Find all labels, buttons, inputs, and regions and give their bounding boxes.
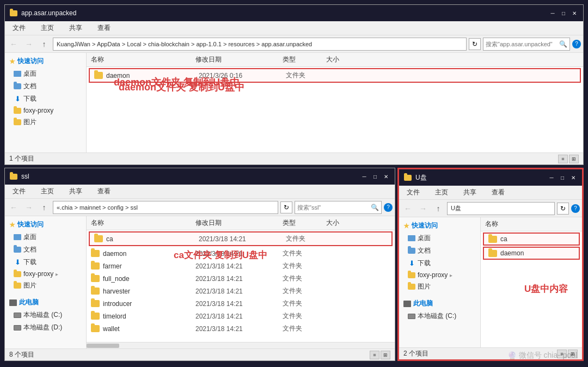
sidebar-item-foxy[interactable]: foxy-proxy (5, 105, 86, 116)
table-row[interactable]: ca 2021/3/18 14:21 文件夹 (89, 231, 393, 246)
bl-back-button[interactable]: ← (7, 201, 20, 214)
table-row[interactable]: wallet 2021/3/18 14:21 文件夹 (87, 322, 395, 335)
br-help-icon[interactable]: ? (571, 204, 580, 213)
bl-file-list-header: 名称 修改日期 类型 大小 (87, 216, 395, 230)
bl-file-name-farmer: farmer (87, 262, 195, 270)
close-button[interactable]: ✕ (570, 9, 579, 17)
br-menu-view[interactable]: 查看 (488, 187, 508, 198)
br-sidebar-docs[interactable]: 文档 (399, 244, 480, 257)
table-row[interactable]: ca (483, 233, 580, 246)
view-icon-grid[interactable]: ⊞ (569, 155, 579, 163)
bl-scrollbar-h[interactable] (87, 342, 395, 348)
bl-file-name-daemon: daemon (87, 250, 195, 258)
br-up-button[interactable]: ↑ (432, 202, 445, 215)
br-file-name-daemon: daemon (484, 249, 579, 257)
bl-sidebar-foxy[interactable]: foxy-proxy ▸ (5, 268, 86, 279)
br-window-controls[interactable]: ─ □ ✕ (547, 173, 578, 182)
table-row[interactable]: daemon 2021/3/26 0:16 文件夹 (89, 68, 581, 83)
bl-up-button[interactable]: ↑ (38, 201, 51, 214)
bl-daemon-folder-icon (91, 250, 100, 257)
bl-col-header-type: 类型 (283, 218, 326, 228)
bl-drive-d[interactable]: 本地磁盘 (D:) (5, 321, 86, 334)
br-drive-c[interactable]: 本地磁盘 (C:) (399, 310, 480, 322)
bl-forward-button[interactable]: → (22, 201, 35, 214)
top-sidebar: ★ 快速访问 桌面 文档 ⬇ 下载 foxy-proxy (5, 53, 87, 152)
bl-breadcrumb: «.chia > mainnet > config > ssl (57, 204, 138, 211)
bl-file-name-timelord: timelord (87, 313, 195, 320)
menu-home[interactable]: 主页 (38, 22, 57, 34)
bl-sidebar-docs[interactable]: 文档 (5, 243, 86, 256)
br-sidebar-foxy[interactable]: foxy-proxy ▸ (399, 270, 480, 280)
maximize-button[interactable]: □ (559, 9, 568, 17)
br-quick-access-header: ★ 快速访问 (399, 219, 480, 232)
br-forward-button[interactable]: → (416, 202, 430, 215)
br-close-button[interactable]: ✕ (569, 173, 578, 182)
sidebar-item-desktop[interactable]: 桌面 (5, 68, 86, 80)
br-sidebar-pictures[interactable]: 图片 (399, 280, 480, 293)
bl-sidebar-downloads[interactable]: ⬇ 下载 (5, 256, 86, 268)
br-refresh-button[interactable]: ↻ (557, 203, 569, 215)
bl-file-name-wallet: wallet (87, 325, 195, 333)
bl-window-controls[interactable]: ─ □ ✕ (360, 172, 390, 181)
table-row[interactable]: harvester 2021/3/18 14:21 文件夹 (87, 285, 395, 297)
bl-search-input[interactable] (297, 204, 369, 211)
table-row[interactable]: introducer 2021/3/18 14:21 文件夹 (87, 297, 395, 310)
table-row[interactable]: daemon 2021/3/18 14:21 文件夹 (87, 247, 395, 260)
table-row[interactable]: timelord 2021/3/18 14:21 文件夹 (87, 310, 395, 322)
br-menu-home[interactable]: 主页 (432, 187, 451, 198)
br-maximize-button[interactable]: □ (558, 173, 567, 182)
bl-minimize-button[interactable]: ─ (360, 172, 369, 181)
col-header-size: 大小 (326, 55, 370, 64)
br-sidebar-desktop[interactable]: 桌面 (399, 232, 480, 244)
menu-file[interactable]: 文件 (9, 22, 29, 34)
br-view-icon-grid[interactable]: ⊞ (568, 350, 578, 358)
top-window-controls[interactable]: ─ □ ✕ (548, 9, 579, 17)
bl-menu-file[interactable]: 文件 (9, 186, 29, 197)
table-row[interactable]: farmer 2021/3/18 14:21 文件夹 (87, 260, 395, 272)
back-button[interactable]: ← (7, 38, 20, 51)
bl-view-icon-list[interactable]: ≡ (370, 351, 379, 359)
top-status-text: 1 个项目 (9, 154, 34, 163)
refresh-button[interactable]: ↻ (469, 38, 481, 50)
br-sidebar-downloads[interactable]: ⬇ 下载 (399, 257, 480, 270)
help-icon[interactable]: ? (572, 40, 581, 48)
sidebar-item-docs[interactable]: 文档 (5, 80, 86, 93)
search-input[interactable] (486, 41, 557, 47)
sidebar-item-pictures[interactable]: 图片 (5, 116, 86, 129)
bl-menu-share[interactable]: 共享 (66, 186, 85, 197)
br-view-icon-list[interactable]: ≡ (557, 350, 567, 358)
address-bar[interactable]: KuangJiWan > AppData > Local > chia-bloc… (53, 38, 467, 51)
bl-close-button[interactable]: ✕ (382, 172, 390, 181)
star-icon: ★ (9, 58, 15, 65)
bl-refresh-button[interactable]: ↻ (280, 201, 292, 213)
br-back-button[interactable]: ← (401, 202, 414, 215)
bl-help-icon[interactable]: ? (384, 203, 393, 212)
sidebar-item-downloads[interactable]: ⬇ 下载 (5, 93, 86, 105)
br-title-bar: U盘 ─ □ ✕ (399, 169, 582, 186)
bl-sidebar-desktop[interactable]: 桌面 (5, 231, 86, 243)
bl-sidebar-pictures[interactable]: 图片 (5, 279, 86, 292)
bl-file-list: 名称 修改日期 类型 大小 ca 2021/3/18 14:21 文件夹 (87, 216, 395, 342)
table-row[interactable]: daemon (483, 247, 580, 260)
bl-address-bar[interactable]: «.chia > mainnet > config > ssl (53, 201, 278, 214)
bl-window-icon (9, 172, 18, 181)
bl-menu-view[interactable]: 查看 (94, 186, 114, 197)
menu-view[interactable]: 查看 (94, 22, 114, 34)
search-bar[interactable]: 🔍 (483, 38, 570, 51)
br-menu-file[interactable]: 文件 (403, 187, 423, 198)
br-address-bar[interactable]: U盘 (447, 202, 555, 215)
view-icon-list[interactable]: ≡ (558, 155, 568, 163)
bl-view-icon-grid[interactable]: ⊞ (381, 351, 390, 359)
br-menu-share[interactable]: 共享 (460, 187, 480, 198)
menu-share[interactable]: 共享 (66, 22, 85, 34)
bl-menu-home[interactable]: 主页 (38, 186, 57, 197)
br-file-name-ca: ca (484, 235, 579, 243)
bl-maximize-button[interactable]: □ (371, 172, 379, 181)
up-button[interactable]: ↑ (38, 38, 51, 51)
bl-search-bar[interactable]: 🔍 (295, 201, 382, 214)
forward-button[interactable]: → (22, 38, 35, 51)
br-minimize-button[interactable]: ─ (547, 173, 556, 182)
minimize-button[interactable]: ─ (548, 9, 557, 17)
table-row[interactable]: full_node 2021/3/18 14:21 文件夹 (87, 272, 395, 285)
bl-drive-c[interactable]: 本地磁盘 (C:) (5, 309, 86, 321)
